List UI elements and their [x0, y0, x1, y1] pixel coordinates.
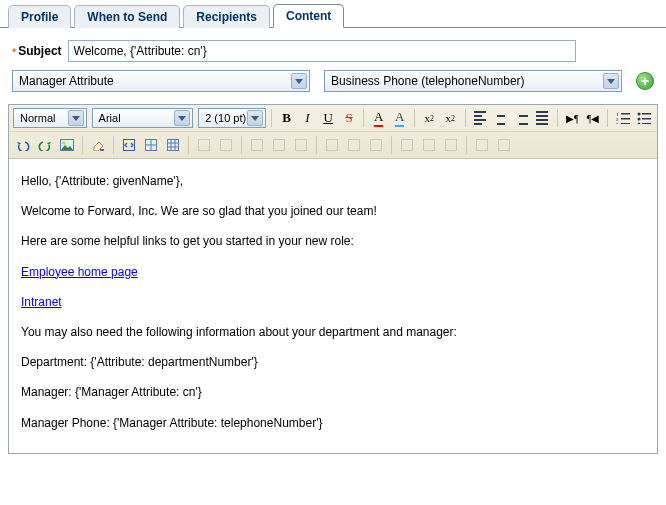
- chevron-down-icon: [291, 73, 307, 89]
- required-marker: •: [12, 44, 16, 58]
- svg-rect-30: [349, 140, 360, 151]
- align-right-button[interactable]: [512, 108, 531, 128]
- svg-rect-9: [642, 118, 651, 120]
- redo-button[interactable]: [35, 135, 55, 155]
- highlight-color-button[interactable]: A: [390, 108, 409, 128]
- chevron-down-icon: [247, 110, 263, 126]
- svg-rect-14: [100, 149, 104, 151]
- rich-text-editor: Normal Arial 2 (10 pt) B I U S A A x2 x2…: [8, 104, 658, 454]
- editor-content[interactable]: Hello, {'Attribute: givenName'}, Welcome…: [9, 159, 657, 453]
- svg-rect-24: [199, 140, 210, 151]
- align-justify-button[interactable]: [533, 108, 552, 128]
- svg-rect-27: [274, 140, 285, 151]
- table-tool-3: [247, 135, 267, 155]
- svg-rect-1: [621, 113, 630, 115]
- manager-attribute-value: Manager Attribute: [19, 74, 114, 88]
- align-center-button[interactable]: [491, 108, 510, 128]
- align-left-button[interactable]: [471, 108, 490, 128]
- svg-rect-26: [252, 140, 263, 151]
- svg-point-13: [63, 142, 66, 145]
- body-line: Here are some helpful links to get you s…: [21, 233, 645, 249]
- paragraph-style-value: Normal: [20, 112, 55, 124]
- strikethrough-button[interactable]: S: [340, 108, 359, 128]
- numbered-list-button[interactable]: 123: [613, 108, 632, 128]
- subject-input[interactable]: [68, 40, 576, 62]
- tab-profile[interactable]: Profile: [8, 5, 71, 28]
- table-tool-13: [494, 135, 514, 155]
- erase-format-button[interactable]: [88, 135, 108, 155]
- subscript-button[interactable]: x2: [420, 108, 439, 128]
- font-family-select[interactable]: Arial: [92, 108, 194, 128]
- svg-rect-7: [642, 113, 651, 115]
- table-tool-6: [322, 135, 342, 155]
- svg-rect-32: [402, 140, 413, 151]
- chevron-down-icon: [174, 110, 190, 126]
- svg-rect-3: [621, 118, 630, 120]
- superscript-button[interactable]: x2: [441, 108, 460, 128]
- underline-button[interactable]: U: [319, 108, 338, 128]
- body-line: Department: {'Attribute: departmentNumbe…: [21, 354, 645, 370]
- bulleted-list-button[interactable]: [634, 108, 653, 128]
- svg-rect-5: [621, 123, 630, 124]
- tab-when-to-send[interactable]: When to Send: [74, 5, 180, 28]
- bold-button[interactable]: B: [277, 108, 296, 128]
- svg-rect-36: [499, 140, 510, 151]
- table-tool-5: [291, 135, 311, 155]
- svg-rect-11: [642, 123, 651, 124]
- source-toggle-button[interactable]: [119, 135, 139, 155]
- table-tool-1: [194, 135, 214, 155]
- insert-table-button[interactable]: [141, 135, 161, 155]
- chevron-down-icon: [603, 73, 619, 89]
- svg-rect-29: [327, 140, 338, 151]
- svg-point-8: [637, 118, 640, 121]
- insert-grid-button[interactable]: [163, 135, 183, 155]
- tab-strip: Profile When to Send Recipients Content: [0, 0, 666, 28]
- ltr-button[interactable]: ▶¶: [563, 108, 582, 128]
- body-line: Manager: {'Manager Attribute: cn'}: [21, 384, 645, 400]
- svg-rect-31: [371, 140, 382, 151]
- intranet-link[interactable]: Intranet: [21, 295, 62, 309]
- table-tool-10: [419, 135, 439, 155]
- add-button[interactable]: +: [636, 72, 654, 90]
- chevron-down-icon: [68, 110, 84, 126]
- undo-button[interactable]: [13, 135, 33, 155]
- editor-toolbar: Normal Arial 2 (10 pt) B I U S A A x2 x2…: [9, 105, 657, 159]
- svg-rect-28: [296, 140, 307, 151]
- table-tool-12: [472, 135, 492, 155]
- business-phone-select[interactable]: Business Phone (telephoneNumber): [324, 70, 622, 92]
- manager-attribute-select[interactable]: Manager Attribute: [12, 70, 310, 92]
- svg-text:3: 3: [616, 122, 619, 124]
- svg-rect-25: [221, 140, 232, 151]
- svg-rect-33: [424, 140, 435, 151]
- table-tool-7: [344, 135, 364, 155]
- table-tool-11: [441, 135, 461, 155]
- tab-recipients[interactable]: Recipients: [183, 5, 270, 28]
- business-phone-value: Business Phone (telephoneNumber): [331, 74, 524, 88]
- font-size-select[interactable]: 2 (10 pt): [198, 108, 266, 128]
- svg-rect-35: [477, 140, 488, 151]
- paragraph-style-select[interactable]: Normal: [13, 108, 87, 128]
- insert-image-button[interactable]: [57, 135, 77, 155]
- svg-point-10: [637, 123, 640, 125]
- subject-row: • Subject: [12, 40, 654, 62]
- body-line: Manager Phone: {'Manager Attribute: tele…: [21, 415, 645, 431]
- table-tool-8: [366, 135, 386, 155]
- font-size-value: 2 (10 pt): [205, 112, 246, 124]
- svg-rect-19: [168, 140, 179, 151]
- table-tool-2: [216, 135, 236, 155]
- subject-label: Subject: [18, 44, 61, 58]
- body-line: Hello, {'Attribute: givenName'},: [21, 173, 645, 189]
- table-tool-9: [397, 135, 417, 155]
- tab-content[interactable]: Content: [273, 4, 344, 28]
- italic-button[interactable]: I: [298, 108, 317, 128]
- table-tool-4: [269, 135, 289, 155]
- svg-rect-34: [446, 140, 457, 151]
- attribute-row: Manager Attribute Business Phone (teleph…: [12, 70, 654, 92]
- employee-home-link[interactable]: Employee home page: [21, 265, 138, 279]
- body-line: You may also need the following informat…: [21, 324, 645, 340]
- rtl-button[interactable]: ¶◀: [584, 108, 603, 128]
- font-color-button[interactable]: A: [369, 108, 388, 128]
- svg-point-6: [637, 113, 640, 116]
- font-family-value: Arial: [99, 112, 121, 124]
- body-line: Welcome to Forward, Inc. We are so glad …: [21, 203, 645, 219]
